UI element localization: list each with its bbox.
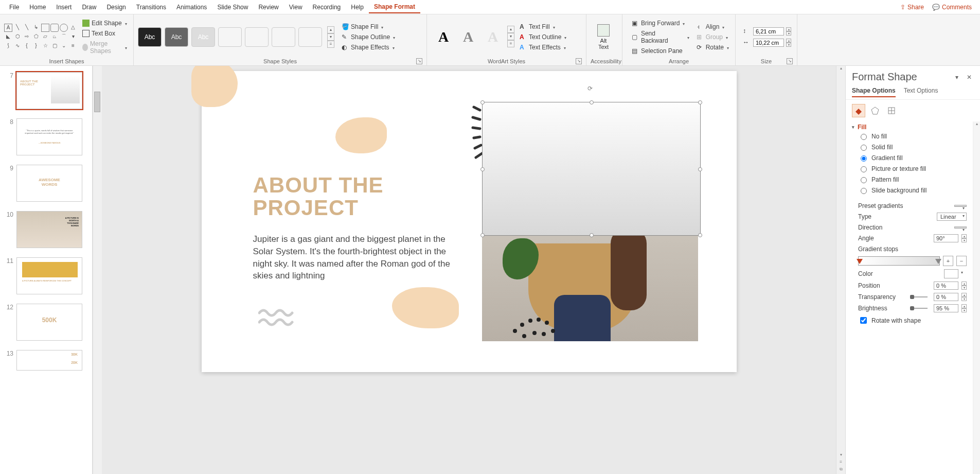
stop-color-button[interactable] [944, 269, 958, 278]
gallery-up-icon[interactable]: ▴ [327, 26, 334, 33]
resize-handle-br[interactable] [698, 233, 702, 237]
shape-outline-button[interactable]: ✎Shape Outline [340, 32, 397, 42]
alt-text-button[interactable]: Alt Text [591, 23, 616, 51]
solid-fill-label[interactable]: Solid fill [871, 144, 967, 151]
style-swatch[interactable] [245, 27, 269, 47]
shape-style-gallery[interactable]: Abc Abc Abc ▴ ▾ ≡ [138, 26, 334, 48]
br-up[interactable]: ▴ [961, 304, 967, 308]
thumb-slide-13[interactable]: 30K 20K [16, 350, 82, 371]
resize-handle-mr[interactable] [698, 167, 702, 171]
style-swatch[interactable]: Abc [191, 27, 215, 47]
resize-handle-tc[interactable] [590, 100, 594, 104]
shape-effects-button[interactable]: ◐Shape Effects [340, 43, 397, 52]
thumb-slide-12[interactable]: 500K [16, 304, 82, 341]
tab-insert[interactable]: Insert [51, 2, 77, 13]
resize-handle-ml[interactable] [480, 167, 485, 171]
gradient-stop[interactable] [935, 259, 941, 266]
canvas-scrollbar[interactable]: ▴ ▾ ≡ ⧉ [836, 66, 845, 474]
slide-thumbnails[interactable]: 7 ABOUT THE PROJECT 8 "This is a quote, … [0, 66, 93, 474]
angle-input[interactable]: 90° [934, 234, 958, 242]
style-swatch[interactable]: Abc [138, 27, 162, 47]
selection-pane-button[interactable]: ▤Selection Pane [630, 46, 691, 56]
gradient-type-combo[interactable]: Linear [937, 213, 967, 221]
gallery-up-icon[interactable]: ▴ [507, 26, 514, 33]
preset-gradients-combo[interactable] [954, 205, 967, 207]
angle-up[interactable]: ▴ [961, 234, 967, 238]
width-input[interactable] [753, 39, 784, 47]
gradient-fill-label[interactable]: Gradient fill [871, 154, 967, 162]
shape-oval-icon[interactable] [60, 24, 68, 32]
gallery-down-icon[interactable]: ▾ [327, 33, 334, 41]
text-fill-button[interactable]: AText Fill [518, 22, 568, 31]
shape-scroll-icon[interactable]: ⌄ [60, 42, 68, 50]
thumb-slide-9[interactable]: AWESOME WORDS [16, 165, 82, 202]
edit-shape-button[interactable]: Edit Shape [80, 19, 129, 28]
rotate-handle[interactable]: ⟳ [587, 85, 596, 93]
gradient-fill-radio[interactable] [861, 155, 867, 162]
wordart-swatch[interactable]: A [456, 26, 480, 48]
rotate-button[interactable]: ⟳Rotate [694, 43, 731, 52]
shape-brace-icon[interactable]: { [23, 42, 31, 50]
thumb-scrollbar[interactable] [93, 66, 102, 474]
shape-pent-icon[interactable]: ⬠ [32, 33, 40, 41]
tab-shape-format[interactable]: Shape Format [369, 1, 420, 13]
rotate-with-shape-checkbox[interactable] [860, 317, 867, 324]
no-fill-radio[interactable] [861, 134, 867, 140]
style-swatch[interactable] [272, 27, 295, 47]
br-down[interactable]: ▾ [961, 308, 967, 312]
height-input[interactable] [753, 27, 784, 36]
shape-hex-icon[interactable]: ⬡ [13, 33, 22, 41]
resize-handle-bc[interactable] [590, 233, 594, 237]
remove-stop-button[interactable]: − [956, 256, 967, 266]
shape-line-icon[interactable]: ╲ [13, 24, 22, 32]
shape-curve-icon[interactable]: ∿ [13, 42, 22, 50]
style-swatch[interactable] [298, 27, 322, 47]
shape-arrow-icon[interactable]: ⇨ [23, 33, 31, 41]
wordart-swatch[interactable]: A [431, 26, 456, 48]
wordart-launcher[interactable]: ↘ [576, 58, 582, 64]
shape-rect-icon[interactable] [41, 24, 49, 32]
no-fill-label[interactable]: No fill [871, 133, 967, 140]
thumb-slide-11[interactable]: A PICTURE ALWAYS REINFORCES THE CONCEPT [16, 257, 82, 294]
pane-tab-shape-options[interactable]: Shape Options [852, 87, 896, 97]
thumb-slide-10[interactable]: A PICTURE IS WORTH A THOUSAND WORDS [16, 211, 82, 248]
tab-recording[interactable]: Recording [308, 2, 346, 13]
width-down[interactable]: ▾ [786, 43, 791, 47]
picture-fill-label[interactable]: Picture or texture fill [871, 165, 967, 172]
shape-styles-launcher[interactable]: ↘ [416, 58, 422, 64]
add-stop-button[interactable]: + [943, 256, 953, 266]
shape-callout-icon[interactable]: ▢ [50, 42, 59, 50]
bring-forward-button[interactable]: ▣Bring Forward [630, 19, 691, 28]
tab-home[interactable]: Home [24, 2, 51, 13]
fill-section-header[interactable]: Fill [852, 124, 967, 131]
picture-fill-radio[interactable] [861, 166, 867, 172]
shape-arc-icon[interactable]: ⟆ [4, 42, 12, 50]
gradient-stop[interactable] [857, 259, 863, 266]
height-up[interactable]: ▴ [786, 27, 791, 31]
gallery-more-icon[interactable]: ≡ [507, 40, 514, 47]
tr-up[interactable]: ▴ [961, 293, 967, 297]
gradient-stops-track[interactable] [858, 256, 940, 266]
pos-up[interactable]: ▴ [961, 282, 967, 286]
share-button[interactable]: ⇪Share [896, 2, 928, 13]
shape-textbox-icon[interactable]: A [4, 24, 12, 32]
width-up[interactable]: ▴ [786, 39, 791, 43]
shape-triangle-icon[interactable]: △ [69, 24, 77, 32]
shape-para-icon[interactable]: ▱ [41, 33, 49, 41]
shape-fill-button[interactable]: 🪣Shape Fill [340, 22, 397, 31]
shape-brace2-icon[interactable]: } [32, 42, 40, 50]
rotate-with-shape-label[interactable]: Rotate with shape [871, 317, 967, 324]
fill-line-tab-icon[interactable] [852, 104, 865, 117]
wordart-swatch[interactable]: A [480, 26, 505, 48]
tab-design[interactable]: Design [101, 2, 131, 13]
text-box-button[interactable]: Text Box [80, 29, 129, 38]
pane-options-icon[interactable]: ▾ [952, 73, 961, 82]
shape-rtriangle-icon[interactable]: ◣ [4, 33, 12, 41]
shapes-gallery[interactable]: A ╲ ╲ ↳ △ ◣ ⬡ ⇨ ⬠ ▱ ⏢ ⌒ ▾ ⟆ ∿ { } ☆ [4, 24, 77, 50]
position-input[interactable]: 0 % [934, 282, 958, 290]
comments-button[interactable]: 💬Comments [928, 2, 976, 13]
brightness-input[interactable]: 95 % [934, 304, 958, 312]
thumb-slide-8[interactable]: "This is a quote, words full of wisdom t… [16, 118, 82, 155]
shape-expand-icon[interactable]: ≡ [69, 42, 77, 50]
brightness-slider[interactable] [910, 308, 928, 309]
